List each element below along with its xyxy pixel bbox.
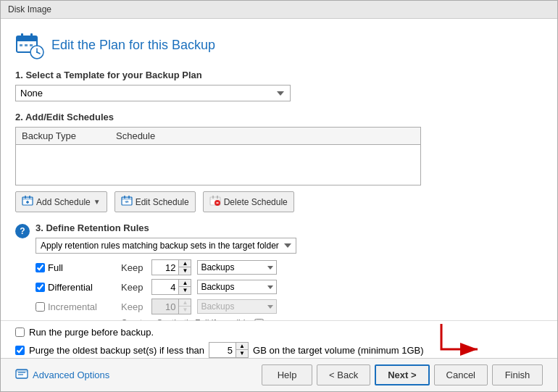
- retention-row-incremental: Incremental Keep ▲ ▼ Backups: [36, 299, 543, 314]
- incremental-spinner-buttons: ▲ ▼: [178, 299, 191, 314]
- svg-rect-6: [25, 44, 28, 46]
- purge-increment-btn[interactable]: ▲: [236, 343, 248, 350]
- add-schedule-button[interactable]: Add Schedule ▼: [15, 191, 107, 212]
- advanced-options-link[interactable]: Advanced Options: [33, 370, 109, 380]
- full-keep-label: Keep: [121, 262, 143, 273]
- svg-rect-3: [21, 33, 23, 38]
- col-backup-type: Backup Type: [22, 130, 116, 141]
- help-icon[interactable]: ?: [15, 224, 30, 238]
- incremental-checkbox-label[interactable]: Incremental: [36, 301, 115, 312]
- advanced-options-icon: [15, 367, 28, 383]
- schedule-table: Backup Type Schedule: [15, 127, 421, 185]
- section2-label: 2. Add/Edit Schedules: [15, 112, 543, 122]
- svg-rect-23: [210, 197, 220, 200]
- differential-spinner: ▲ ▼: [151, 279, 191, 295]
- svg-rect-13: [22, 197, 33, 200]
- edit-schedule-label: Edit Schedule: [136, 197, 189, 207]
- add-schedule-dropdown-arrow: ▼: [93, 198, 101, 206]
- run-purge-checkbox[interactable]: [15, 328, 25, 337]
- purge-oldest-checkbox[interactable]: [15, 346, 25, 355]
- incremental-keep-label: Keep: [121, 301, 143, 312]
- svg-rect-4: [30, 33, 33, 38]
- purge-oldest-prefix: Purge the oldest backup set(s) if less t…: [29, 345, 204, 356]
- full-checkbox-label[interactable]: Full: [36, 262, 115, 273]
- svg-rect-7: [30, 44, 33, 46]
- retention-content: 3. Define Retention Rules Apply retentio…: [36, 222, 543, 320]
- purge-decrement-btn[interactable]: ▼: [236, 350, 248, 357]
- differential-checkbox[interactable]: [36, 283, 45, 292]
- purge-suffix: GB on the target volume (minimum 1GB): [253, 345, 424, 356]
- page-title: Edit the Plan for this Backup: [51, 38, 215, 53]
- differential-checkbox-label[interactable]: Differential: [36, 282, 115, 293]
- back-button[interactable]: < Back: [317, 364, 370, 385]
- incremental-label: Incremental: [48, 301, 97, 312]
- svg-rect-5: [20, 44, 22, 46]
- help-button[interactable]: Help: [262, 364, 312, 385]
- delete-schedule-label: Delete Schedule: [224, 197, 288, 207]
- differential-keep-label: Keep: [121, 282, 143, 293]
- svg-rect-31: [16, 370, 28, 372]
- differential-label: Differential: [48, 282, 93, 293]
- col-schedule: Schedule: [116, 130, 415, 141]
- full-label: Full: [48, 262, 63, 273]
- full-spinner-buttons: ▲ ▼: [178, 260, 191, 275]
- cancel-button[interactable]: Cancel: [434, 364, 488, 385]
- section-template: 1. Select a Template for your Backup Pla…: [15, 70, 543, 101]
- purge-oldest-row: Purge the oldest backup set(s) if less t…: [15, 342, 543, 358]
- schedule-table-header: Backup Type Schedule: [16, 128, 420, 145]
- delete-schedule-button[interactable]: Delete Schedule: [203, 191, 294, 212]
- section3-label: 3. Define Retention Rules: [36, 222, 543, 233]
- window-title: Disk Image: [1, 1, 557, 19]
- footer-left: Advanced Options: [15, 367, 109, 383]
- header-section: Edit the Plan for this Backup: [15, 30, 543, 59]
- full-spinner: ▲ ▼: [151, 259, 191, 275]
- footer: Advanced Options Help < Back Next > Canc…: [1, 358, 557, 391]
- incremental-increment-btn[interactable]: ▲: [179, 299, 191, 306]
- svg-point-11: [36, 51, 38, 53]
- incremental-checkbox[interactable]: [36, 302, 45, 312]
- edit-schedule-icon: [121, 195, 133, 209]
- incremental-decrement-btn[interactable]: ▼: [179, 306, 191, 314]
- svg-rect-2: [17, 40, 37, 41]
- next-button[interactable]: Next >: [375, 364, 429, 385]
- incremental-value-input[interactable]: [152, 300, 178, 314]
- run-purge-row: Run the purge before backup.: [15, 327, 543, 338]
- add-schedule-label: Add Schedule: [36, 197, 91, 207]
- purge-spinner-buttons: ▲ ▼: [236, 343, 248, 357]
- retention-dropdown-row: Apply retention rules matching backup se…: [36, 238, 543, 254]
- purge-spinner: ▲ ▼: [209, 342, 249, 358]
- bottom-options: Run the purge before backup. Purge the o…: [1, 320, 557, 358]
- edit-schedule-button[interactable]: Edit Schedule: [114, 191, 196, 212]
- full-type-select[interactable]: Backups: [197, 260, 277, 275]
- full-value-input[interactable]: [152, 261, 178, 275]
- schedule-buttons: Add Schedule ▼ Edit Schedule: [15, 191, 543, 212]
- footer-right: Help < Back Next > Cancel Finish: [262, 364, 543, 385]
- content-area: Edit the Plan for this Backup 1. Select …: [1, 19, 557, 320]
- differential-value-input[interactable]: [152, 280, 178, 294]
- section1-label: 1. Select a Template for your Backup Pla…: [15, 70, 543, 80]
- purge-value-input[interactable]: [209, 343, 236, 357]
- full-decrement-btn[interactable]: ▼: [179, 267, 191, 275]
- template-select[interactable]: None: [15, 85, 291, 101]
- differential-spinner-buttons: ▲ ▼: [178, 280, 191, 294]
- full-increment-btn[interactable]: ▲: [179, 260, 191, 267]
- retention-row-full: Full Keep ▲ ▼ Backups: [36, 259, 543, 275]
- incremental-spinner: ▲ ▼: [151, 299, 191, 314]
- differential-increment-btn[interactable]: ▲: [179, 280, 191, 287]
- delete-schedule-icon: [209, 195, 221, 209]
- schedule-table-body: [16, 145, 420, 185]
- differential-decrement-btn[interactable]: ▼: [179, 287, 191, 294]
- svg-rect-19: [122, 197, 132, 200]
- main-window: Disk Image: [0, 0, 558, 392]
- differential-type-select[interactable]: Backups: [197, 280, 277, 294]
- retention-rule-select[interactable]: Apply retention rules matching backup se…: [36, 238, 296, 254]
- full-checkbox[interactable]: [36, 263, 45, 272]
- calendar-clock-icon: [15, 30, 44, 59]
- add-schedule-icon: [22, 195, 33, 209]
- section-schedules: 2. Add/Edit Schedules Backup Type Schedu…: [15, 112, 543, 212]
- retention-row-differential: Differential Keep ▲ ▼ Backups: [36, 279, 543, 295]
- incremental-type-select[interactable]: Backups: [197, 299, 277, 314]
- run-purge-label: Run the purge before backup.: [29, 327, 154, 338]
- section-retention: ? 3. Define Retention Rules Apply retent…: [15, 222, 543, 320]
- finish-button[interactable]: Finish: [492, 364, 543, 385]
